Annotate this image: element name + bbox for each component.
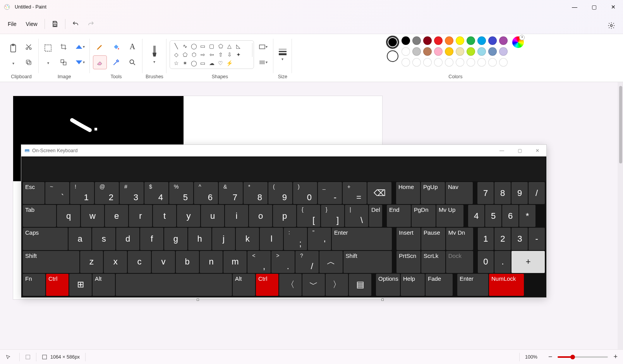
color-swatch[interactable]: [402, 36, 410, 45]
key-ctrl[interactable]: Ctrl: [256, 274, 278, 296]
color-swatch[interactable]: [488, 47, 497, 56]
shape-outline-button[interactable]: ▾: [256, 40, 270, 54]
key-insert[interactable]: Insert: [396, 228, 420, 250]
key-5[interactable]: %5: [169, 182, 193, 204]
key-[interactable]: ⌫: [367, 182, 391, 204]
key-alt[interactable]: Alt: [233, 274, 255, 296]
key-caps[interactable]: Caps: [23, 228, 68, 250]
paste-button[interactable]: ▾: [7, 40, 19, 69]
brush-button[interactable]: ▾: [148, 44, 161, 65]
key-s[interactable]: s: [92, 228, 115, 250]
key-mvdn[interactable]: Mv Dn: [446, 228, 473, 250]
maximize-button[interactable]: ▢: [584, 0, 604, 14]
key-4[interactable]: 4: [468, 205, 484, 227]
color-swatch[interactable]: [499, 36, 508, 45]
picker-tool[interactable]: [109, 55, 123, 69]
key-[interactable]: +: [511, 251, 545, 273]
key-del[interactable]: Del: [369, 205, 382, 227]
key-7[interactable]: &7: [219, 182, 243, 204]
osk-minimize[interactable]: —: [493, 145, 511, 156]
key-enter[interactable]: Enter: [332, 228, 392, 250]
redo-button[interactable]: [83, 16, 99, 32]
shape-6star[interactable]: ✶: [181, 59, 189, 67]
shape-arrow-down[interactable]: ⇩: [225, 51, 233, 58]
shape-arrow-left[interactable]: ⇦: [208, 51, 216, 58]
key-[interactable]: /: [529, 182, 545, 204]
resize-handle-se[interactable]: [381, 299, 384, 301]
key-y[interactable]: y: [177, 205, 200, 227]
color-swatch[interactable]: [456, 36, 464, 45]
color-swatch[interactable]: [423, 36, 432, 45]
key-fn[interactable]: Fn: [23, 274, 45, 296]
shape-roundrect[interactable]: ▢: [208, 42, 216, 50]
osk-titlebar[interactable]: On-Screen Keyboard: [21, 145, 546, 156]
key-a[interactable]: a: [69, 228, 92, 250]
color-swatch-empty[interactable]: [477, 58, 486, 67]
shape-right-triangle[interactable]: ◺: [234, 42, 242, 50]
color-swatch[interactable]: [477, 47, 486, 56]
shape-pentagon[interactable]: ⬠: [181, 51, 189, 58]
color-swatch[interactable]: [412, 36, 421, 45]
key-pgdn[interactable]: PgDn: [412, 205, 436, 227]
color-2[interactable]: [387, 50, 398, 62]
key-0[interactable]: 0: [478, 251, 494, 273]
key-[interactable]: :;: [284, 228, 307, 250]
key-1[interactable]: !1: [70, 182, 94, 204]
key-prtscn[interactable]: PrtScn: [396, 251, 420, 273]
color-swatch[interactable]: [467, 36, 475, 45]
key-k[interactable]: k: [236, 228, 259, 250]
key-o[interactable]: o: [249, 205, 272, 227]
settings-button[interactable]: [604, 18, 619, 33]
key-9[interactable]: 9: [511, 182, 528, 204]
color-1[interactable]: [387, 36, 398, 48]
color-swatch-empty[interactable]: [467, 58, 475, 67]
key-numlock[interactable]: NumLock: [489, 274, 524, 296]
shape-oval[interactable]: ◯: [190, 42, 198, 50]
key-alt[interactable]: Alt: [93, 274, 115, 296]
osk-maximize[interactable]: ▢: [511, 145, 529, 156]
color-swatch-empty[interactable]: [412, 58, 421, 67]
key-[interactable]: {[: [297, 205, 320, 227]
color-swatch[interactable]: [423, 47, 432, 56]
key-8[interactable]: 8: [494, 182, 511, 204]
zoom-out-button[interactable]: −: [548, 353, 553, 361]
key-[interactable]: ~`: [45, 182, 69, 204]
key-w[interactable]: w: [81, 205, 104, 227]
color-swatch[interactable]: [412, 47, 421, 56]
key-l[interactable]: l: [260, 228, 283, 250]
shape-cloud[interactable]: ☁: [208, 59, 216, 67]
shape-5star[interactable]: ☆: [172, 59, 180, 67]
key-esc[interactable]: Esc: [23, 182, 45, 204]
minimize-button[interactable]: —: [565, 0, 584, 14]
fill-tool[interactable]: [109, 40, 123, 54]
cut-button[interactable]: [22, 40, 36, 54]
key-p[interactable]: p: [273, 205, 296, 227]
color-swatch[interactable]: [402, 47, 410, 56]
shape-callout-round[interactable]: ◯: [190, 59, 198, 67]
key-6[interactable]: ^6: [194, 182, 218, 204]
select-button[interactable]: ▾: [42, 40, 54, 69]
key-x[interactable]: x: [104, 251, 127, 273]
key-n[interactable]: n: [200, 251, 223, 273]
key-5[interactable]: 5: [485, 205, 501, 227]
shape-lightning[interactable]: ⚡: [225, 59, 233, 67]
color-swatch-empty[interactable]: [423, 58, 432, 67]
color-swatch-empty[interactable]: [445, 58, 453, 67]
edit-colors-button[interactable]: [512, 36, 524, 48]
shapes-palette[interactable]: ╲ ∿ ◯ ▭ ▢ ⬠ △ ◺ ◇ ⬠ ⬡ ⇨ ⇦ ⇧ ⇩ ✦ ☆ ✶ ◯: [170, 40, 254, 69]
key-pause[interactable]: Pause: [421, 228, 445, 250]
key-d[interactable]: d: [116, 228, 139, 250]
color-swatch[interactable]: [499, 47, 508, 56]
shape-triangle[interactable]: △: [225, 42, 233, 50]
shape-curve[interactable]: ∿: [181, 42, 189, 50]
shape-line[interactable]: ╲: [172, 42, 180, 50]
color-swatch[interactable]: [434, 47, 443, 56]
size-button[interactable]: ▾: [276, 44, 289, 65]
rotate-button[interactable]: ▾: [73, 40, 87, 54]
shape-4star[interactable]: ✦: [234, 51, 242, 58]
shape-arrow-up[interactable]: ⇧: [216, 51, 225, 58]
key-[interactable]: ?/: [295, 251, 319, 273]
key-blank[interactable]: [116, 274, 232, 296]
resize-handle-s[interactable]: [197, 299, 199, 301]
pencil-tool[interactable]: [93, 40, 107, 54]
